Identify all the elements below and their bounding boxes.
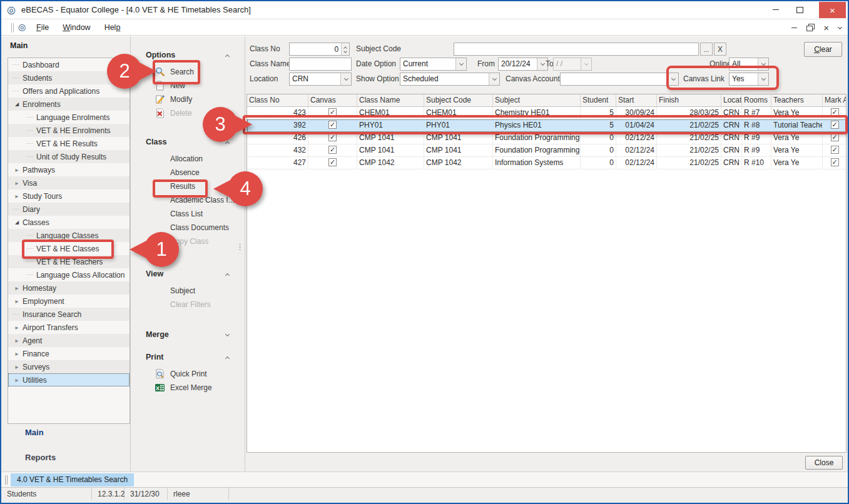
col-header-rooms[interactable]: Rooms [742,94,771,107]
subject-code-input[interactable] [454,43,699,56]
cell-subject: Foundation Programming [493,144,581,157]
class-name-input[interactable] [289,58,352,71]
tree-dotted-line [13,209,19,209]
section-header-merge[interactable]: Merge [131,328,245,341]
col-header-start[interactable]: Start [616,94,657,107]
col-header-student[interactable]: Student [581,94,616,107]
menu-post: ile [41,23,49,32]
dropdown-arrow-icon[interactable] [340,73,351,85]
col-header-class-no[interactable]: Class No [247,94,308,107]
col-header-subject[interactable]: Subject [493,94,581,107]
action-allocation[interactable]: Allocation [131,152,245,166]
tree-item-diary[interactable]: Diary [8,203,130,216]
tree-dotted-line [13,64,19,65]
col-header-finish[interactable]: Finish [657,94,721,107]
tab-vet-he-timetables-search[interactable]: 4.0 VET & HE Timetables Search [11,473,134,486]
col-header-class-name[interactable]: Class Name [357,94,424,107]
minimize-button[interactable] [766,1,785,18]
from-date-dropdown[interactable]: 20/12/24 [498,58,548,71]
action-quick-print[interactable]: Quick Print [131,367,245,381]
action-label: Class Documents [170,223,229,232]
mdi-chevron-down-icon[interactable] [838,24,842,29]
tree-item-visa[interactable]: ▸Visa [8,176,130,189]
chevron-up-icon [225,356,230,360]
tree-item-language-enrolments[interactable]: Language Enrolments [8,111,130,124]
tree-item-employment[interactable]: ▸Employment [8,295,130,308]
section-title: Print [146,353,163,361]
close-window-button[interactable]: × [819,2,846,18]
tree-item-classes[interactable]: ◢Classes [8,216,130,229]
col-header-teachers[interactable]: Teachers [771,94,823,107]
tree-item-vet-he-enrolments[interactable]: VET & HE Enrolments [8,124,130,137]
menu-item-window[interactable]: Window [58,22,95,33]
tree-item-study-tours[interactable]: ▸Study Tours [8,189,130,203]
cell-canvas-checkbox: ✓ [308,144,357,157]
menu-item-help[interactable]: Help [99,22,126,33]
section-header-options[interactable]: Options [131,49,245,61]
table-row-427[interactable]: 427✓CMP 1042CMP 1042Information Systems0… [247,157,846,169]
maximize-button[interactable] [790,1,809,18]
class-no-spinner[interactable] [289,43,350,56]
nav-button-reports[interactable]: Reports [25,453,56,462]
subject-clear-button[interactable]: X [714,43,726,56]
class-name-input-field[interactable] [290,58,351,70]
col-header-subject-code[interactable]: Subject Code [424,94,493,107]
toolbar-grip[interactable] [11,23,14,33]
tree-item-pathways[interactable]: ▸Pathways [8,163,130,176]
tree-item-surveys[interactable]: ▸Surveys [8,360,130,373]
nav-button-main[interactable]: Main [25,428,44,437]
tree-item-label: VET & HE Results [36,139,98,148]
section-header-print[interactable]: Print [131,351,245,363]
checkbox-checked-icon[interactable]: ✓ [328,158,337,166]
menu-item-file[interactable]: File [31,22,54,33]
tree-item-utilities[interactable]: ▸Utilities [8,373,130,386]
canvas-account-dropdown[interactable] [560,73,679,86]
close-button[interactable]: Close [805,456,843,470]
tree-item-label: Dashboard [23,61,59,69]
clear-button[interactable]: Clear [804,42,842,57]
action-subject[interactable]: Subject [131,284,245,298]
tree-item-vet-he-results[interactable]: VET & HE Results [8,137,130,150]
show-option-dropdown[interactable]: Scheduled [400,73,500,86]
action-class-documents[interactable]: Class Documents [131,221,245,234]
action-absence[interactable]: Absence [131,166,245,179]
tab-grip[interactable] [5,475,8,485]
status-cell-1: Students [1,488,92,500]
mdi-minimize-icon[interactable] [791,28,797,28]
tree-item-homestay[interactable]: ▸Homestay [8,281,130,295]
checkbox-checked-icon[interactable]: ✓ [831,146,839,154]
col-header-canvas[interactable]: Canvas [308,94,357,107]
section-title: View [146,270,163,278]
tree-item-unit-of-study-results[interactable]: Unit of Study Results [8,150,130,163]
action-modify[interactable]: Modify [131,93,245,106]
tree-dotted-line [26,235,33,236]
col-header-locati[interactable]: Locati [721,94,742,107]
class-no-input[interactable] [290,43,341,55]
dropdown-arrow-icon[interactable] [489,73,499,85]
to-date-dropdown[interactable]: / / [553,58,592,71]
table-row-432[interactable]: 432✓CMP 1041CMP 1041Foundation Programmi… [247,144,846,157]
tree-item-insurance-search[interactable]: Insurance Search [8,308,130,321]
tree-item-enrolments[interactable]: ◢Enrolments [8,98,130,111]
date-option-dropdown[interactable]: Current [400,58,467,71]
spinner-buttons[interactable] [341,43,349,55]
checkbox-checked-icon[interactable]: ✓ [831,158,839,166]
mdi-restore-icon[interactable] [806,24,814,31]
action-class-list[interactable]: Class List [131,207,245,221]
tree-item-finance[interactable]: ▸Finance [8,347,130,360]
tree-item-offers-and-applications[interactable]: Offers and Applications [8,84,130,98]
title-bar: ◎ eBECAS - Equator College - [4.0 VET & … [1,1,848,19]
mdi-close-icon[interactable]: × [823,23,829,33]
location-dropdown[interactable]: CRN [289,73,352,86]
tree-item-language-class-allocation[interactable]: Language Class Allocation [8,268,130,281]
checkbox-checked-icon[interactable]: ✓ [328,146,337,154]
subject-lookup-button[interactable]: ... [700,43,713,56]
subject-code-input-field[interactable] [454,43,698,55]
action-excel-merge[interactable]: XExcel Merge [131,381,245,395]
dropdown-arrow-icon[interactable] [455,58,466,70]
col-header-mark-a[interactable]: Mark A [823,94,846,107]
tree-item-airport-transfers[interactable]: ▸Airport Transfers [8,321,130,334]
tree-item-agent[interactable]: ▸Agent [8,334,130,347]
section-header-view[interactable]: View [131,268,245,280]
action-label: Modify [170,95,192,104]
